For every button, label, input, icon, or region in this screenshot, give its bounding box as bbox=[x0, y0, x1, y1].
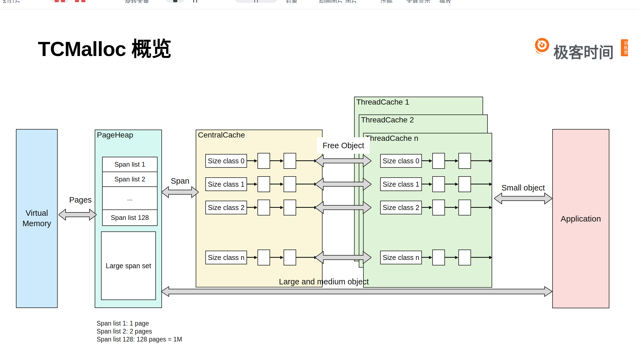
link-arrow-icon bbox=[471, 160, 489, 161]
toolbar-button[interactable] bbox=[166, 0, 185, 3]
size-class-label: Size class 2 bbox=[380, 201, 422, 214]
threadcache-2-title: ThreadCache 2 bbox=[361, 116, 414, 124]
link-arrow-icon bbox=[445, 257, 455, 258]
pages-arrow-icon bbox=[58, 209, 97, 221]
link-arrow-icon bbox=[270, 207, 280, 208]
toolbar-menu-item[interactable]: 旋转矢量 bbox=[125, 0, 149, 3]
size-class-label: Size class 1 bbox=[380, 177, 422, 191]
object-node bbox=[458, 153, 471, 169]
size-class-label: Size class 0 bbox=[205, 154, 247, 168]
free-object-arrow-icon bbox=[315, 251, 371, 264]
span-list-row: Span list 2 bbox=[103, 172, 157, 187]
object-node bbox=[257, 176, 270, 192]
toolbar-menu-item[interactable]: 幻灯片 bbox=[3, 0, 21, 3]
centralcache-row: Size class 0 bbox=[205, 153, 318, 169]
columns-icon bbox=[193, 0, 194, 2]
object-node bbox=[432, 250, 445, 265]
footnote-line: Span list 1: 1 page bbox=[97, 320, 182, 327]
large-medium-arrow-icon bbox=[161, 286, 552, 297]
link-arrow-icon bbox=[471, 207, 489, 208]
object-node bbox=[257, 250, 270, 265]
size-class-label: Size class 0 bbox=[380, 154, 422, 168]
link-arrow-icon bbox=[422, 257, 429, 258]
toolbar-menu-item[interactable]: 动画图片 bbox=[319, 0, 343, 3]
span-arrow-label: Span bbox=[161, 177, 199, 186]
threadcache-row: Size class 1 bbox=[380, 176, 493, 192]
link-arrow-icon bbox=[422, 207, 429, 208]
object-node bbox=[284, 153, 296, 169]
free-object-arrow-icon bbox=[315, 154, 371, 167]
red-tool-icon bbox=[75, 0, 79, 2]
toolbar-menu-item[interactable]: 图片 bbox=[345, 0, 357, 3]
object-node bbox=[458, 200, 471, 215]
application-box: Application bbox=[552, 129, 609, 308]
span-list-ellipsis-row: ... bbox=[103, 187, 157, 210]
span-list-row: Span list 1 bbox=[103, 157, 157, 172]
application-label: Application bbox=[561, 214, 601, 223]
free-object-label: Free Object bbox=[317, 137, 370, 154]
toolbar-button[interactable] bbox=[189, 0, 201, 3]
toolbar-menu-item[interactable]: 对象 bbox=[285, 0, 298, 3]
object-node bbox=[284, 176, 296, 192]
size-class-label: Size class n bbox=[205, 251, 247, 264]
link-arrow-icon bbox=[270, 184, 280, 184]
size-class-label: Size class 2 bbox=[205, 201, 247, 214]
link-arrow-icon bbox=[247, 184, 254, 184]
link-arrow-icon bbox=[296, 160, 314, 161]
size-class-label: Size class 1 bbox=[205, 177, 247, 191]
toolbar-button-group[interactable] bbox=[72, 0, 88, 3]
red-tool-icon bbox=[81, 0, 85, 2]
divider-icon bbox=[254, 0, 255, 2]
object-node bbox=[458, 176, 471, 192]
link-arrow-icon bbox=[445, 160, 455, 161]
columns-icon bbox=[196, 0, 197, 2]
span-list-row: Span list 128 bbox=[103, 210, 157, 225]
toolbar-menu-item[interactable]: 全屏显示 bbox=[406, 0, 430, 3]
divider-icon bbox=[257, 0, 258, 2]
object-node bbox=[432, 200, 445, 215]
geektime-logo-text: 极客时间 bbox=[553, 40, 614, 62]
object-node bbox=[432, 176, 445, 192]
layout-icon bbox=[173, 0, 177, 2]
centralcache-row: Size class n bbox=[205, 250, 318, 265]
virtual-memory-box: Virtual Memory bbox=[16, 129, 58, 308]
threadcache-row: Size class 0 bbox=[380, 153, 493, 169]
threadcache-row: Size class n bbox=[380, 250, 493, 265]
threadcache-n-title: ThreadCache n bbox=[365, 134, 418, 143]
link-arrow-icon bbox=[247, 160, 254, 161]
object-node bbox=[458, 250, 471, 265]
top-toolbar: 幻灯片 旋转矢量 对象 动画图片 图片 压缩 全屏显示 播放 bbox=[0, 0, 639, 3]
span-arrow-icon bbox=[161, 186, 199, 198]
toolbar-menu-item[interactable]: 压缩 bbox=[380, 0, 393, 3]
link-arrow-icon bbox=[270, 160, 280, 161]
page-title: TCMalloc 概览 bbox=[38, 32, 171, 62]
threadcache-row: Size class 2 bbox=[380, 200, 493, 215]
geektime-logo-icon bbox=[534, 37, 551, 57]
centralcache-row: Size class 1 bbox=[205, 176, 318, 192]
link-arrow-icon bbox=[247, 207, 254, 208]
link-arrow-icon bbox=[445, 184, 455, 184]
free-object-arrow-icon bbox=[315, 178, 371, 191]
footnotes: Span list 1: 1 page Span list 2: 2 pages… bbox=[97, 320, 182, 343]
small-object-arrow-label: Small object bbox=[494, 183, 552, 192]
link-arrow-icon bbox=[296, 257, 314, 258]
link-arrow-icon bbox=[422, 160, 429, 161]
link-arrow-icon bbox=[422, 184, 429, 184]
object-node bbox=[432, 153, 445, 169]
object-node bbox=[257, 200, 270, 215]
pageheap-title: PageHeap bbox=[97, 131, 133, 139]
geektime-badge: 训练营 bbox=[621, 39, 628, 56]
red-tool-icon bbox=[61, 0, 65, 2]
toolbar-button-group[interactable] bbox=[50, 0, 69, 3]
threadcache-1-title: ThreadCache 1 bbox=[356, 98, 409, 107]
link-arrow-icon bbox=[247, 257, 254, 258]
free-object-arrow-icon bbox=[315, 201, 371, 214]
large-medium-arrow-label: Large and medium object bbox=[242, 277, 406, 286]
toolbar-segmented-control[interactable] bbox=[235, 0, 278, 3]
centralcache-row: Size class 2 bbox=[205, 200, 318, 215]
toolbar-menu-item[interactable]: 播放 bbox=[439, 0, 451, 3]
centralcache-title: CentralCache bbox=[198, 131, 245, 139]
small-object-arrow-icon bbox=[494, 192, 552, 205]
virtual-memory-label: Virtual Memory bbox=[16, 208, 57, 229]
slide-screen: 幻灯片 旋转矢量 对象 动画图片 图片 压缩 全屏显示 播放 TCMalloc … bbox=[0, 0, 639, 364]
